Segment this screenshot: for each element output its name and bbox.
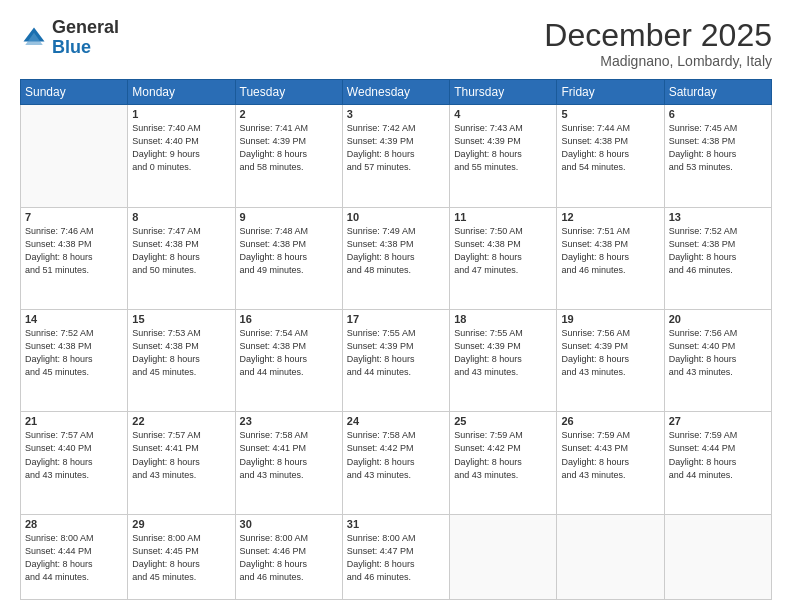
- day-info: Sunrise: 7:40 AM Sunset: 4:40 PM Dayligh…: [132, 122, 230, 174]
- day-number: 23: [240, 415, 338, 427]
- logo-blue-text: Blue: [52, 38, 119, 58]
- day-info: Sunrise: 8:00 AM Sunset: 4:47 PM Dayligh…: [347, 532, 445, 584]
- calendar-cell: 8Sunrise: 7:47 AM Sunset: 4:38 PM Daylig…: [128, 207, 235, 309]
- day-number: 28: [25, 518, 123, 530]
- day-number: 29: [132, 518, 230, 530]
- day-number: 15: [132, 313, 230, 325]
- day-number: 16: [240, 313, 338, 325]
- calendar-cell: 3Sunrise: 7:42 AM Sunset: 4:39 PM Daylig…: [342, 105, 449, 207]
- calendar-cell: 2Sunrise: 7:41 AM Sunset: 4:39 PM Daylig…: [235, 105, 342, 207]
- day-info: Sunrise: 7:41 AM Sunset: 4:39 PM Dayligh…: [240, 122, 338, 174]
- day-number: 31: [347, 518, 445, 530]
- logo-text: General Blue: [52, 18, 119, 58]
- calendar-cell: 5Sunrise: 7:44 AM Sunset: 4:38 PM Daylig…: [557, 105, 664, 207]
- day-number: 2: [240, 108, 338, 120]
- weekday-header-sunday: Sunday: [21, 80, 128, 105]
- day-info: Sunrise: 7:58 AM Sunset: 4:42 PM Dayligh…: [347, 429, 445, 481]
- day-info: Sunrise: 7:50 AM Sunset: 4:38 PM Dayligh…: [454, 225, 552, 277]
- day-info: Sunrise: 7:52 AM Sunset: 4:38 PM Dayligh…: [669, 225, 767, 277]
- day-info: Sunrise: 8:00 AM Sunset: 4:46 PM Dayligh…: [240, 532, 338, 584]
- day-info: Sunrise: 8:00 AM Sunset: 4:44 PM Dayligh…: [25, 532, 123, 584]
- week-row-1: 1Sunrise: 7:40 AM Sunset: 4:40 PM Daylig…: [21, 105, 772, 207]
- day-info: Sunrise: 7:45 AM Sunset: 4:38 PM Dayligh…: [669, 122, 767, 174]
- day-number: 30: [240, 518, 338, 530]
- calendar-cell: 16Sunrise: 7:54 AM Sunset: 4:38 PM Dayli…: [235, 310, 342, 412]
- day-number: 20: [669, 313, 767, 325]
- day-number: 14: [25, 313, 123, 325]
- location: Madignano, Lombardy, Italy: [544, 53, 772, 69]
- day-number: 4: [454, 108, 552, 120]
- logo-general-text: General: [52, 18, 119, 38]
- day-number: 10: [347, 211, 445, 223]
- calendar-cell: 10Sunrise: 7:49 AM Sunset: 4:38 PM Dayli…: [342, 207, 449, 309]
- week-row-2: 7Sunrise: 7:46 AM Sunset: 4:38 PM Daylig…: [21, 207, 772, 309]
- day-info: Sunrise: 7:48 AM Sunset: 4:38 PM Dayligh…: [240, 225, 338, 277]
- day-number: 6: [669, 108, 767, 120]
- calendar-cell: 27Sunrise: 7:59 AM Sunset: 4:44 PM Dayli…: [664, 412, 771, 514]
- day-number: 5: [561, 108, 659, 120]
- week-row-4: 21Sunrise: 7:57 AM Sunset: 4:40 PM Dayli…: [21, 412, 772, 514]
- day-info: Sunrise: 7:51 AM Sunset: 4:38 PM Dayligh…: [561, 225, 659, 277]
- day-info: Sunrise: 7:59 AM Sunset: 4:43 PM Dayligh…: [561, 429, 659, 481]
- day-info: Sunrise: 7:49 AM Sunset: 4:38 PM Dayligh…: [347, 225, 445, 277]
- calendar-cell: [21, 105, 128, 207]
- day-info: Sunrise: 7:54 AM Sunset: 4:38 PM Dayligh…: [240, 327, 338, 379]
- calendar-cell: 21Sunrise: 7:57 AM Sunset: 4:40 PM Dayli…: [21, 412, 128, 514]
- page: General Blue December 2025 Madignano, Lo…: [0, 0, 792, 612]
- calendar-cell: 9Sunrise: 7:48 AM Sunset: 4:38 PM Daylig…: [235, 207, 342, 309]
- logo: General Blue: [20, 18, 119, 58]
- day-number: 22: [132, 415, 230, 427]
- calendar-cell: 28Sunrise: 8:00 AM Sunset: 4:44 PM Dayli…: [21, 514, 128, 599]
- calendar-cell: [450, 514, 557, 599]
- day-info: Sunrise: 7:47 AM Sunset: 4:38 PM Dayligh…: [132, 225, 230, 277]
- calendar-cell: [664, 514, 771, 599]
- day-info: Sunrise: 7:52 AM Sunset: 4:38 PM Dayligh…: [25, 327, 123, 379]
- day-number: 17: [347, 313, 445, 325]
- day-number: 8: [132, 211, 230, 223]
- day-number: 11: [454, 211, 552, 223]
- calendar-cell: 29Sunrise: 8:00 AM Sunset: 4:45 PM Dayli…: [128, 514, 235, 599]
- day-info: Sunrise: 7:57 AM Sunset: 4:40 PM Dayligh…: [25, 429, 123, 481]
- calendar-cell: 12Sunrise: 7:51 AM Sunset: 4:38 PM Dayli…: [557, 207, 664, 309]
- day-number: 3: [347, 108, 445, 120]
- day-number: 27: [669, 415, 767, 427]
- day-info: Sunrise: 7:55 AM Sunset: 4:39 PM Dayligh…: [454, 327, 552, 379]
- day-number: 24: [347, 415, 445, 427]
- day-number: 18: [454, 313, 552, 325]
- day-number: 25: [454, 415, 552, 427]
- calendar-cell: 25Sunrise: 7:59 AM Sunset: 4:42 PM Dayli…: [450, 412, 557, 514]
- day-info: Sunrise: 7:42 AM Sunset: 4:39 PM Dayligh…: [347, 122, 445, 174]
- weekday-header-saturday: Saturday: [664, 80, 771, 105]
- day-info: Sunrise: 7:46 AM Sunset: 4:38 PM Dayligh…: [25, 225, 123, 277]
- day-info: Sunrise: 8:00 AM Sunset: 4:45 PM Dayligh…: [132, 532, 230, 584]
- weekday-header-tuesday: Tuesday: [235, 80, 342, 105]
- day-info: Sunrise: 7:56 AM Sunset: 4:40 PM Dayligh…: [669, 327, 767, 379]
- weekday-header-monday: Monday: [128, 80, 235, 105]
- calendar-cell: 26Sunrise: 7:59 AM Sunset: 4:43 PM Dayli…: [557, 412, 664, 514]
- day-info: Sunrise: 7:44 AM Sunset: 4:38 PM Dayligh…: [561, 122, 659, 174]
- day-number: 19: [561, 313, 659, 325]
- calendar-cell: 11Sunrise: 7:50 AM Sunset: 4:38 PM Dayli…: [450, 207, 557, 309]
- top-section: General Blue December 2025 Madignano, Lo…: [20, 18, 772, 69]
- calendar-cell: 24Sunrise: 7:58 AM Sunset: 4:42 PM Dayli…: [342, 412, 449, 514]
- week-row-5: 28Sunrise: 8:00 AM Sunset: 4:44 PM Dayli…: [21, 514, 772, 599]
- day-number: 26: [561, 415, 659, 427]
- calendar-cell: 13Sunrise: 7:52 AM Sunset: 4:38 PM Dayli…: [664, 207, 771, 309]
- title-section: December 2025 Madignano, Lombardy, Italy: [544, 18, 772, 69]
- calendar-cell: 14Sunrise: 7:52 AM Sunset: 4:38 PM Dayli…: [21, 310, 128, 412]
- calendar-cell: 15Sunrise: 7:53 AM Sunset: 4:38 PM Dayli…: [128, 310, 235, 412]
- weekday-header-row: SundayMondayTuesdayWednesdayThursdayFrid…: [21, 80, 772, 105]
- day-number: 12: [561, 211, 659, 223]
- day-number: 7: [25, 211, 123, 223]
- calendar-cell: 4Sunrise: 7:43 AM Sunset: 4:39 PM Daylig…: [450, 105, 557, 207]
- weekday-header-wednesday: Wednesday: [342, 80, 449, 105]
- calendar-cell: 6Sunrise: 7:45 AM Sunset: 4:38 PM Daylig…: [664, 105, 771, 207]
- week-row-3: 14Sunrise: 7:52 AM Sunset: 4:38 PM Dayli…: [21, 310, 772, 412]
- calendar-cell: 19Sunrise: 7:56 AM Sunset: 4:39 PM Dayli…: [557, 310, 664, 412]
- day-number: 21: [25, 415, 123, 427]
- calendar-cell: [557, 514, 664, 599]
- calendar-cell: 22Sunrise: 7:57 AM Sunset: 4:41 PM Dayli…: [128, 412, 235, 514]
- day-info: Sunrise: 7:58 AM Sunset: 4:41 PM Dayligh…: [240, 429, 338, 481]
- day-info: Sunrise: 7:59 AM Sunset: 4:42 PM Dayligh…: [454, 429, 552, 481]
- calendar-cell: 23Sunrise: 7:58 AM Sunset: 4:41 PM Dayli…: [235, 412, 342, 514]
